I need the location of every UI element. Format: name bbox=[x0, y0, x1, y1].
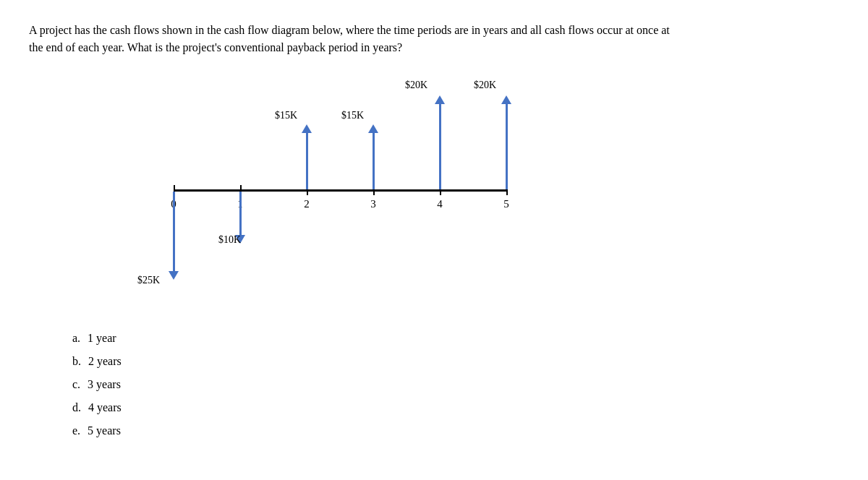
option-b: b. 2 years bbox=[72, 350, 839, 373]
label-year4: $20K bbox=[405, 80, 427, 91]
answer-options: a. 1 year b. 2 years c. 3 years d. 4 yea… bbox=[72, 327, 839, 442]
label-year2: $15K bbox=[275, 110, 297, 121]
option-c: c. 3 years bbox=[72, 373, 839, 396]
label-year1: $10K bbox=[218, 234, 241, 246]
question-text: A project has the cash flows shown in th… bbox=[29, 22, 680, 56]
arrow-year0 bbox=[169, 192, 179, 280]
cash-flow-diagram: 0 1 2 3 4 5 $25K $10K $15K $15K $20K bbox=[145, 74, 550, 305]
label-year5: $20K bbox=[474, 80, 496, 91]
option-e-letter: e. bbox=[72, 419, 80, 442]
option-c-text: 3 years bbox=[88, 373, 121, 396]
tick-label-4: 4 bbox=[437, 198, 443, 210]
option-b-text: 2 years bbox=[88, 350, 122, 373]
option-d-text: 4 years bbox=[88, 396, 122, 419]
arrow-year3 bbox=[368, 124, 378, 189]
option-d-letter: d. bbox=[72, 396, 81, 419]
label-year3: $15K bbox=[341, 110, 364, 121]
tick-label-5: 5 bbox=[503, 198, 509, 210]
timeline-line bbox=[174, 189, 506, 192]
arrow-year5 bbox=[501, 95, 511, 189]
option-a: a. 1 year bbox=[72, 327, 839, 350]
tick-label-3: 3 bbox=[370, 198, 376, 210]
tick-label-2: 2 bbox=[304, 198, 310, 210]
option-a-text: 1 year bbox=[88, 327, 116, 350]
option-e-text: 5 years bbox=[88, 419, 121, 442]
option-b-letter: b. bbox=[72, 350, 81, 373]
option-d: d. 4 years bbox=[72, 396, 839, 419]
option-c-letter: c. bbox=[72, 373, 80, 396]
label-year0: $25K bbox=[137, 275, 160, 286]
arrow-year2 bbox=[302, 124, 312, 189]
arrow-year4 bbox=[435, 95, 445, 189]
option-e: e. 5 years bbox=[72, 419, 839, 442]
option-a-letter: a. bbox=[72, 327, 80, 350]
